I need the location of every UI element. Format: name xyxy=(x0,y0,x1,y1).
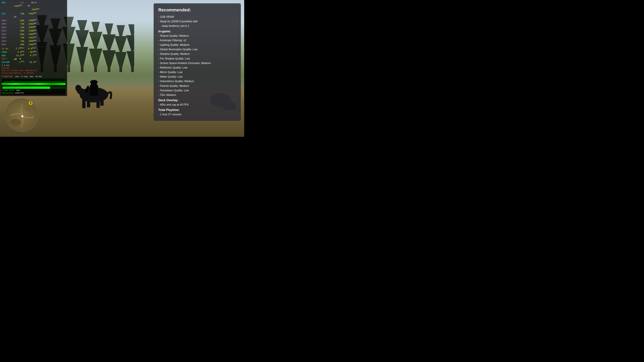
cpu-clock: 2493MHz xyxy=(25,12,36,15)
rec-volumetrics: - Volumetrics Quality: Medium xyxy=(158,79,236,83)
cpu-core-0-label: CPU⁰ xyxy=(2,19,14,22)
cpu-threads: 4W xyxy=(14,15,16,19)
cpu-core-2-clock: 2493MHz xyxy=(25,26,36,29)
batt-icon: ▬▮ xyxy=(14,57,17,60)
vram-row: VRAM 4.9GiB 687MHz xyxy=(2,51,66,54)
rec-ingame-title: In-game: xyxy=(158,30,236,33)
cpu-core-7-clock: 2492MHz xyxy=(25,43,36,46)
recommendations-panel: Recommended: - 1GB VRAM - Swap fix (16GB… xyxy=(154,3,241,121)
gpu-power: 9W xyxy=(28,4,30,8)
hud-overlay: GPU 95% 81°C 1484MHz 9W 2493MHz CPU 70% … xyxy=(0,0,67,96)
frame-count-value: 3084 xyxy=(16,89,20,92)
rec-gi: - Global Illumination Quality: Low xyxy=(158,47,236,52)
resolution-row: Resolution 1200x720 xyxy=(2,92,65,94)
cpu-usage: 70% xyxy=(14,12,24,15)
svg-text:B: B xyxy=(30,102,31,104)
io-read: 2.7MiB/s xyxy=(14,47,24,50)
horse-rider xyxy=(72,75,114,112)
resolution-label: Resolution xyxy=(2,92,14,94)
frametime-values: min: 17.1ms, max: 20.4ms xyxy=(13,75,42,78)
vulkan-version-row: 1.3.211 xyxy=(2,64,66,67)
ram-row: RAM 12.3GiB 0.1GiB xyxy=(2,54,66,57)
rec-item-swap: - Swap fix (16GB if possible) with xyxy=(158,19,236,24)
rec-far-shadow: - Far Shadow Quality: Low xyxy=(158,56,236,61)
cpu-core-7-label: CPU⁷ xyxy=(2,43,14,46)
rec-aniso: - Anistropic Filtering: x2 xyxy=(158,38,236,42)
cpu-core-0: CPU⁰ 69% 2490MHz xyxy=(2,19,66,22)
cpu-core-6-usage: 73% xyxy=(14,40,24,43)
cpu-core-0-usage: 69% xyxy=(14,19,24,22)
cpu-core-1-usage: 72% xyxy=(14,23,24,26)
cpu-core-2-label: CPU² xyxy=(2,26,14,29)
gpu-clock-row: 1484MHz 9W xyxy=(2,4,66,8)
bottom-stats: Frame Count 3084 Resolution 1200x720 xyxy=(2,86,66,95)
driver-row: VanGogh xyxy=(2,67,66,69)
minimap: B xyxy=(5,98,38,132)
ram-label: RAM xyxy=(2,54,14,57)
progress-bar xyxy=(2,86,50,89)
minimap-svg: B xyxy=(6,99,38,132)
io-write: 0.0MiB/s xyxy=(25,47,36,50)
cpu-core-5-usage: 72% xyxy=(14,36,24,39)
svg-point-45 xyxy=(10,119,21,125)
vram-label: VRAM xyxy=(2,51,14,54)
batt-row: BATT ▬▮ 🖱 xyxy=(2,57,66,60)
cpu-core-6-clock: 2486MHz xyxy=(25,39,36,43)
batt-label: BATT xyxy=(2,57,14,60)
cpu-core-1: CPU¹ 72% 2492MHz xyxy=(2,22,66,26)
divider-3 xyxy=(2,75,66,75)
frame-count-row: Frame Count 3084 xyxy=(2,89,65,92)
cpu-row: CPU 70% 2493MHz xyxy=(2,12,66,15)
rec-deck-fps: - 40hz and cap at 40 FPS xyxy=(158,102,236,107)
cpu-core-2-usage: 72% xyxy=(14,26,24,29)
frametime-row: Frametime min: 17.1ms, max: 20.4ms xyxy=(2,75,66,78)
proton-row: Proton experimental-7.0-20221012 xyxy=(2,72,66,74)
cpu-core-3-label: CPU³ xyxy=(2,29,14,32)
frametime-graph xyxy=(2,79,66,85)
cpu-core-4: CPU⁴ 69% 2485MHz xyxy=(2,33,66,36)
io-label: IO RW xyxy=(2,47,14,50)
cpu-core-5: CPU⁵ 72% 2491MHz xyxy=(2,36,66,39)
svg-point-47 xyxy=(21,115,23,117)
frame-count-label: Frame Count xyxy=(2,89,14,92)
mesa-row: Mesa 22.2.0-devel (git-03d07b9117b) xyxy=(2,69,66,72)
cpu-core-7: CPU⁷ 66% 2492MHz xyxy=(2,43,66,46)
gpu-clock: 1484MHz xyxy=(14,4,22,8)
vulkan-fps: 47FPS xyxy=(14,61,24,64)
svg-point-46 xyxy=(25,106,33,112)
mesa-version: Mesa 22.2.0-devel (git-03d07b9117b) xyxy=(2,69,37,72)
rec-item-vram: - 1GB VRAM xyxy=(158,14,236,19)
ram-used: 12.3GiB xyxy=(14,54,24,57)
cpu-core-3: CPU³ 69% 2490MHz xyxy=(2,29,66,33)
vram-clock-row: 2493MHz xyxy=(2,8,66,11)
rec-playtime: - 1 hour 57 minutes xyxy=(158,112,236,117)
rec-particle: - Particle Quality: Medium xyxy=(158,84,236,88)
vulkan-version: 1.3.211 xyxy=(2,64,10,67)
cpu-core-1-label: CPU¹ xyxy=(2,23,14,26)
progress-bar-container xyxy=(2,86,66,89)
rec-deck-title: Deck Overlay: xyxy=(158,98,236,102)
cpu-core-0-clock: 2490MHz xyxy=(25,19,36,22)
gpu-temp: 81°C xyxy=(25,1,36,4)
rec-reflection: - Reflection Quality: Low xyxy=(158,65,236,70)
vulkan-row: VULKAN 47FPS 21.1ms xyxy=(2,61,66,64)
cpu-core-5-label: CPU⁵ xyxy=(2,36,14,39)
cpu-core-2: CPU² 72% 2493MHz xyxy=(2,26,66,29)
rec-ssao: - Screen Space Ambient Occlusion: Medium xyxy=(158,61,236,65)
vram-used: 4.9GiB xyxy=(14,51,24,54)
divider-2 xyxy=(2,46,66,47)
cpu-core-5-clock: 2491MHz xyxy=(25,36,36,39)
batt-cursor: 🖱 xyxy=(19,57,21,60)
cpu-core-1-clock: 2492MHz xyxy=(25,22,36,26)
rec-water: - Water Quality: Low xyxy=(158,74,236,79)
io-row: IO RW 2.7MiB/s 0.0MiB/s xyxy=(2,47,66,50)
gpu-vram-clock: 2493MHz xyxy=(32,8,40,11)
gpu-row: GPU 95% 81°C xyxy=(2,1,66,4)
cpu-label: CPU xyxy=(2,12,14,15)
gpu-label: GPU xyxy=(2,1,14,4)
cpu-core-6: CPU⁶ 73% 2486MHz xyxy=(2,39,66,43)
vram-clock-disp: 687MHz xyxy=(25,51,36,54)
rec-playtime-title: Total Playtime: xyxy=(158,108,236,112)
rec-mirror: - Mirror Quality: Low xyxy=(158,70,236,74)
cpu-core-6-label: CPU⁶ xyxy=(2,40,14,43)
